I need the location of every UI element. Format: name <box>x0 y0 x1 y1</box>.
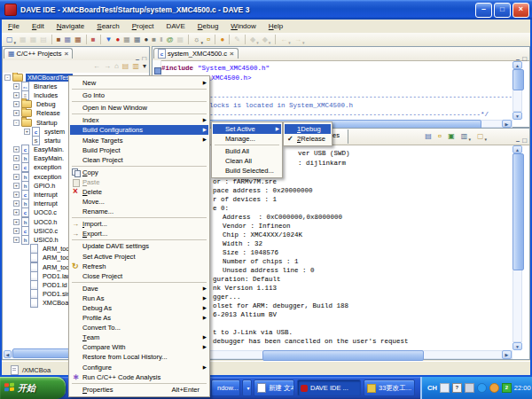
maximize-view-icon[interactable] <box>522 49 527 65</box>
tab-system-xmc4500-c[interactable]: system_XMC4500.c <box>153 48 239 59</box>
forward-history-button[interactable]: → <box>103 61 112 72</box>
tree-expander[interactable]: + <box>13 200 20 207</box>
dave-project-button[interactable]: ■ <box>90 35 97 45</box>
taskbar-button[interactable]: ▾ <box>242 379 252 396</box>
build-config-button[interactable]: ☼ <box>192 35 204 45</box>
editor-scroll-down-button[interactable] <box>512 112 522 120</box>
tree-expander[interactable]: + <box>13 155 20 161</box>
keyboard-icon[interactable] <box>440 383 450 393</box>
tree-expander[interactable] <box>22 291 28 297</box>
menu-item[interactable]: Move... <box>70 197 208 207</box>
menu-item[interactable]: Copy <box>70 168 208 177</box>
menu-item[interactable]: Convert To... <box>70 323 208 332</box>
tree-expander[interactable]: + <box>13 237 20 243</box>
menu-item[interactable]: Run C/C++ Code Analysis <box>70 372 208 382</box>
tree-expander[interactable]: + <box>13 146 20 153</box>
menu-item[interactable]: Refresh <box>70 262 208 271</box>
tree-expander[interactable]: + <box>13 164 20 170</box>
collapse-all-button[interactable]: ▤ <box>121 61 130 72</box>
link-editor-button[interactable]: ▥ <box>131 61 140 72</box>
menu-bar-item[interactable]: DAVE <box>160 21 192 31</box>
tree-expander[interactable]: - <box>13 120 20 126</box>
console-scroll-up-button[interactable] <box>512 145 522 153</box>
tree-expander[interactable] <box>22 282 28 288</box>
menu-item[interactable]: Export... <box>70 229 208 239</box>
menu-item[interactable]: Clean Project <box>70 155 208 165</box>
tree-expander[interactable]: + <box>13 228 20 234</box>
run-external-button[interactable]: ● <box>219 35 225 45</box>
forward-button[interactable]: → <box>293 35 306 45</box>
menu-item[interactable]: Build Configurations <box>70 125 208 135</box>
tree-expander[interactable]: + <box>13 209 20 215</box>
minimize-button[interactable] <box>475 3 492 18</box>
tree-expander[interactable]: + <box>13 219 20 225</box>
build-menu-button[interactable]: ▦ <box>64 35 73 45</box>
menu-item[interactable]: Set Active <box>213 124 281 134</box>
menu-item[interactable]: Configure <box>70 363 208 372</box>
tree-expander[interactable]: + <box>13 101 20 107</box>
tree-expander[interactable] <box>22 273 28 279</box>
tree-expander[interactable]: - <box>4 74 11 81</box>
menu-item[interactable]: Index <box>70 115 208 125</box>
console-scroll-down-button[interactable] <box>512 342 522 350</box>
menu-item[interactable]: Team <box>70 332 208 342</box>
tree-expander[interactable]: + <box>13 183 20 189</box>
taskbar-button[interactable]: 33更改工... <box>364 379 415 396</box>
tree-expander[interactable] <box>22 254 28 261</box>
tree-expander[interactable] <box>22 300 28 306</box>
console-name-button[interactable]: ▤ <box>424 131 433 142</box>
menu-bar-item[interactable]: Search <box>90 21 125 31</box>
view-menu-button[interactable]: ▾ <box>142 61 147 72</box>
open-console-button[interactable]: ▢ <box>476 131 488 142</box>
taskbar-button[interactable]: DAVE IDE ... <box>297 379 361 396</box>
menu-item[interactable]: Clean All <box>213 156 281 166</box>
menu-item[interactable]: Delete <box>70 187 208 197</box>
editor-scroll-up-button[interactable] <box>512 61 522 69</box>
prev-annotation-button[interactable]: ◆ <box>249 35 260 45</box>
save-all-button[interactable]: ▦ <box>29 35 38 45</box>
language-indicator[interactable]: CH <box>427 384 437 392</box>
tree-expander[interactable] <box>24 137 30 144</box>
menu-item[interactable]: Go Into <box>70 90 208 100</box>
menu-item[interactable]: Properties Alt+Enter <box>70 385 208 395</box>
close-icon[interactable] <box>229 50 234 58</box>
console-vscroll-thumb[interactable] <box>512 153 524 270</box>
tree-expander[interactable]: + <box>13 174 20 180</box>
menu-item[interactable]: Restore from Local History... <box>70 352 208 362</box>
menu-item[interactable]: Debug As <box>70 303 208 313</box>
record-button[interactable]: ● <box>143 35 149 45</box>
key-button[interactable]: ¤ <box>206 35 211 45</box>
scroll-lock-button[interactable]: ¤ <box>437 131 442 142</box>
menu-item[interactable]: Paste <box>70 177 208 187</box>
menu-item[interactable]: Make Targets <box>70 135 208 145</box>
menu-item[interactable]: 1 Debug <box>285 124 331 134</box>
menu-bar-item[interactable]: Debug <box>192 21 225 31</box>
dave-debug-button[interactable]: ● <box>115 35 121 45</box>
menu-item[interactable]: Dave <box>70 284 208 293</box>
up-button[interactable]: ⌂ <box>113 61 120 72</box>
taskbar-button[interactable]: 新建 文本... <box>254 379 294 396</box>
close-button[interactable] <box>512 3 529 18</box>
maximize-button[interactable] <box>494 3 511 18</box>
taskbar-button[interactable]: ndow... <box>211 379 240 396</box>
editor-vscroll-thumb[interactable] <box>512 69 524 90</box>
tree-expander[interactable] <box>22 264 28 270</box>
editor-scroll-right-button[interactable] <box>502 120 512 128</box>
start-button[interactable]: 开始 <box>0 377 66 399</box>
close-icon[interactable] <box>63 50 68 58</box>
pause-button[interactable]: ‖ <box>159 35 163 45</box>
menu-bar-item[interactable]: Navigate <box>51 21 91 31</box>
generate-code-button[interactable]: ▦ <box>74 35 82 45</box>
menu-item[interactable]: Manage... <box>213 134 281 144</box>
console-hscroll-thumb[interactable] <box>262 350 424 361</box>
back-button[interactable]: ← <box>279 35 292 45</box>
menu-bar-item[interactable]: Edit <box>26 21 51 31</box>
next-annotation-button[interactable]: ◆ <box>262 35 272 45</box>
snapshot-button[interactable]: ▦ <box>176 35 185 45</box>
tree-expander[interactable]: + <box>13 110 20 116</box>
menu-item[interactable]: Build Selected... <box>213 166 281 176</box>
menu-item[interactable]: Rename... <box>70 207 208 216</box>
menu-bar-item[interactable]: Help <box>262 21 289 31</box>
green-badge-icon[interactable]: 2 <box>502 383 512 393</box>
pencil-button[interactable]: ✎ <box>233 35 241 45</box>
